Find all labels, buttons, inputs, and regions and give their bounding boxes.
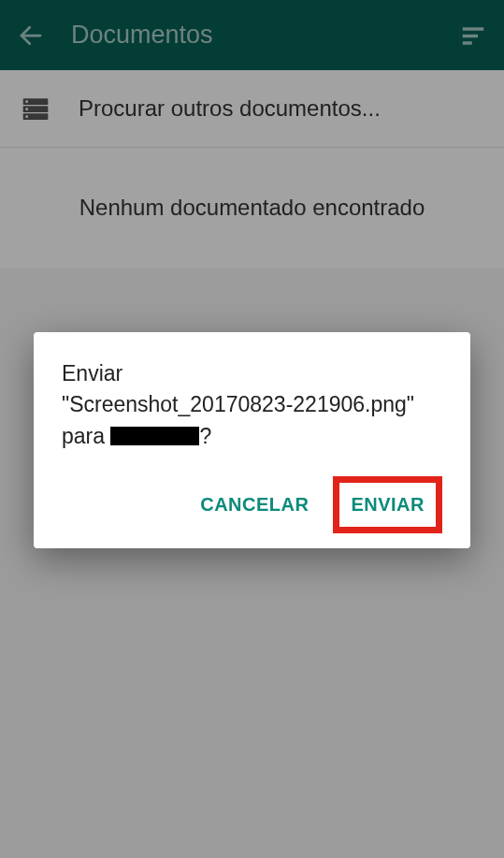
dialog-message: Enviar "Screenshot_20170823-221906.png" … [62, 358, 442, 452]
dialog-line3-prefix: para [62, 424, 110, 448]
send-button-highlight: ENVIAR [333, 476, 442, 533]
dialog-filename: "Screenshot_20170823-221906.png" [62, 392, 414, 416]
send-confirmation-dialog: Enviar "Screenshot_20170823-221906.png" … [34, 332, 470, 548]
send-button[interactable]: ENVIAR [341, 485, 434, 525]
cancel-button[interactable]: CANCELAR [187, 483, 322, 527]
dialog-line3-suffix: ? [199, 424, 211, 448]
dialog-line1: Enviar [62, 361, 122, 385]
redacted-recipient [110, 427, 199, 445]
dialog-actions: CANCELAR ENVIAR [62, 476, 442, 533]
